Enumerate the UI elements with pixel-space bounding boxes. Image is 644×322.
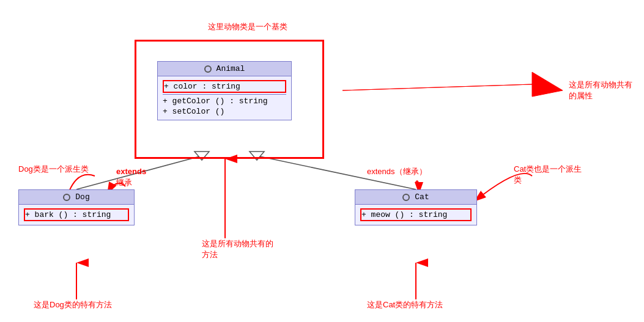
animal-setcolor-method: + setColor () bbox=[163, 106, 286, 117]
annotation-dog-method: 这是Dog类的特有方法 bbox=[34, 299, 112, 310]
animal-getcolor-method: + getColor () : string bbox=[163, 96, 286, 106]
dog-class: Dog + bark () : string bbox=[18, 189, 135, 225]
dog-class-body: + bark () : string bbox=[19, 205, 134, 225]
animal-visibility-icon bbox=[204, 65, 212, 73]
cat-class: Cat + meow () : string bbox=[355, 189, 477, 225]
dog-class-name: Dog bbox=[75, 192, 89, 202]
annotation-dog-derived: Dog类是一个派生类 bbox=[18, 164, 89, 175]
cat-visibility-icon bbox=[402, 194, 410, 201]
animal-class-body: + color : string + getColor () : string … bbox=[158, 76, 291, 120]
animal-class-name: Animal bbox=[217, 64, 245, 73]
animal-color-attribute: + color : string bbox=[163, 80, 286, 93]
diagram-container: Animal + color : string + getColor () : … bbox=[0, 0, 644, 322]
annotation-cat-derived: Cat类也是一个派生类 bbox=[514, 164, 582, 186]
cat-class-body: + meow () : string bbox=[355, 205, 476, 225]
annotation-cat-extends: extends（继承） bbox=[367, 166, 427, 177]
dog-class-header: Dog bbox=[19, 190, 134, 205]
dog-visibility-icon bbox=[63, 194, 70, 201]
dog-bark-method: + bark () : string bbox=[24, 208, 129, 221]
annotation-shared-property: 这是所有动物共有的属性 bbox=[569, 79, 632, 101]
cat-meow-method: + meow () : string bbox=[360, 208, 472, 221]
animal-class: Animal + color : string + getColor () : … bbox=[157, 61, 292, 120]
annotation-dog-extends: extends继承 bbox=[116, 166, 146, 188]
svg-marker-7 bbox=[342, 72, 563, 97]
annotation-cat-method: 这是Cat类的特有方法 bbox=[367, 299, 443, 310]
cat-class-name: Cat bbox=[415, 192, 429, 202]
animal-color-text: + color : string bbox=[164, 82, 240, 91]
annotation-animal-base: 这里动物类是一个基类 bbox=[208, 21, 287, 32]
cat-class-header: Cat bbox=[355, 190, 476, 205]
annotation-shared-method: 这是所有动物共有的方法 bbox=[202, 238, 273, 260]
animal-class-header: Animal bbox=[158, 62, 291, 76]
